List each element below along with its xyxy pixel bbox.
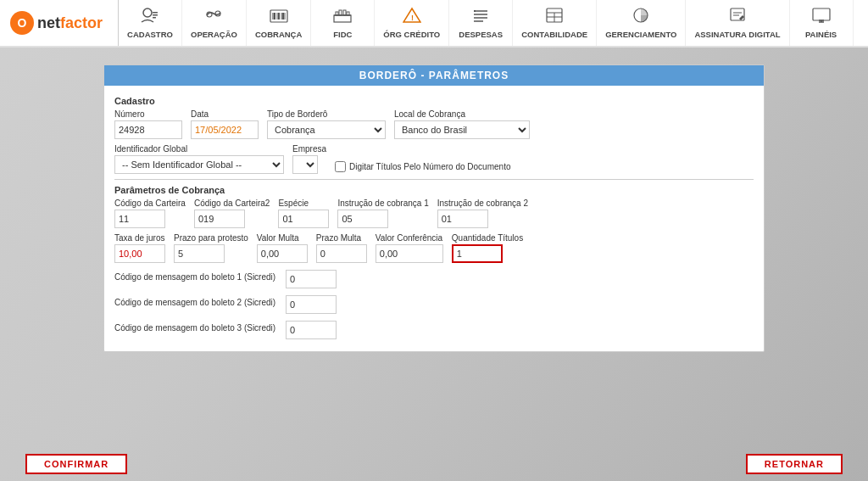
nav-item-paineis[interactable]: PAINÉIS: [790, 0, 854, 46]
svg-rect-16: [339, 10, 342, 15]
input-cod-carteira[interactable]: [114, 210, 165, 228]
main-content: BORDERÔ - PARÂMETROS Cadastro Número Dat…: [0, 48, 868, 369]
bottom-bar: CONFIRMAR RETORNAR: [0, 447, 868, 481]
nav-label-fidc: FIDC: [333, 30, 352, 39]
row-taxas: Taxa de juros Prazo para protesto Valor …: [114, 233, 754, 263]
input-msg2[interactable]: [286, 295, 337, 314]
label-especie: Espécie: [278, 199, 329, 208]
label-cod-carteira: Código da Carteira: [114, 199, 186, 208]
input-qtd-titulos[interactable]: [452, 244, 503, 263]
svg-rect-2: [153, 14, 158, 16]
input-especie[interactable]: [278, 210, 329, 228]
label-local-cobranca: Local de Cobrança: [394, 109, 530, 119]
group-empresa: Empresa: [292, 144, 326, 174]
assinatura-icon: [728, 7, 747, 28]
row-msg2: Código de mensagem do boleto 2 (Sicredi): [114, 294, 754, 314]
fidc-icon: [333, 7, 352, 28]
label-instrucao1: Instrução de cobrança 1: [337, 199, 428, 208]
input-data[interactable]: [191, 120, 259, 139]
nav-item-cobranca[interactable]: COBRANÇA: [247, 0, 311, 46]
input-cod-carteira2[interactable]: [194, 210, 245, 228]
nav-item-contabilidade[interactable]: CONTABILIDADE: [513, 0, 597, 46]
input-valor-conferencia[interactable]: [376, 244, 443, 263]
nav-label-gerenciamento: GERENCIAMENTO: [605, 30, 676, 39]
nav-item-assinatura[interactable]: ASSINATURA DIGITAL: [686, 0, 789, 46]
nav-items: CADASTRO OPERAÇÃO COBRANÇA FIDC !: [119, 0, 868, 46]
group-cod-carteira2: Código da Carteira2: [194, 199, 270, 228]
svg-rect-0: [143, 8, 152, 17]
group-taxa-juros: Taxa de juros: [114, 233, 165, 263]
nav-item-despesas[interactable]: DESPESAS: [449, 0, 513, 46]
input-msg1[interactable]: [286, 270, 337, 288]
svg-text:!: !: [411, 14, 414, 22]
nav-item-fidc[interactable]: FIDC: [311, 0, 375, 46]
group-identificador: Identificador Global -- Sem Identificado…: [114, 144, 284, 174]
label-prazo-protesto: Prazo para protesto: [174, 233, 248, 243]
label-cod-carteira2: Código da Carteira2: [194, 199, 270, 208]
confirmar-button[interactable]: CONFIRMAR: [25, 454, 127, 474]
nav-label-operacao: OPERAÇÃO: [191, 30, 237, 39]
group-prazo-protesto: Prazo para protesto: [174, 233, 248, 263]
nav-item-gerenciamento[interactable]: GERENCIAMENTO: [597, 0, 686, 46]
row-carteira: Código da Carteira Código da Carteira2 E…: [114, 199, 754, 228]
input-valor-multa[interactable]: [257, 244, 308, 263]
contabilidade-icon: [545, 7, 564, 28]
checkbox-digitar[interactable]: [335, 161, 346, 172]
label-prazo-multa: Prazo Multa: [316, 233, 367, 243]
form-title: BORDERÔ - PARÂMETROS: [359, 70, 509, 81]
group-data: Data: [191, 109, 259, 139]
input-taxa-juros[interactable]: [114, 244, 165, 263]
group-valor-conferencia: Valor Conferência: [376, 233, 443, 263]
input-prazo-protesto[interactable]: [174, 244, 225, 263]
label-identificador: Identificador Global: [114, 144, 284, 154]
nav-item-operacao[interactable]: OPERAÇÃO: [182, 0, 247, 46]
row-identificador: Identificador Global -- Sem Identificado…: [114, 144, 754, 174]
nav-label-org-credito: ÓRG CRÉDITO: [383, 30, 440, 39]
input-instrucao1[interactable]: [337, 210, 388, 228]
retornar-button[interactable]: RETORNAR: [746, 454, 843, 474]
label-qtd-titulos: Quantidade Títulos: [452, 233, 523, 243]
nav-label-despesas: DESPESAS: [459, 30, 503, 39]
input-numero[interactable]: [114, 120, 182, 139]
nav-label-cadastro: CADASTRO: [127, 30, 173, 39]
paineis-icon: [812, 7, 831, 28]
svg-rect-14: [334, 15, 351, 22]
navbar: O netfactor CADASTRO OPERAÇÃO COBRANÇA: [0, 0, 868, 48]
group-local-cobranca: Local de Cobrança Banco do Brasil: [394, 109, 530, 139]
nav-label-assinatura: ASSINATURA DIGITAL: [694, 30, 780, 39]
nav-item-org-credito[interactable]: ! ÓRG CRÉDITO: [375, 0, 449, 46]
group-instrucao1: Instrução de cobrança 1: [337, 199, 428, 228]
label-numero: Número: [114, 109, 182, 119]
form-panel: BORDERÔ - PARÂMETROS Cadastro Número Dat…: [103, 64, 765, 352]
form-panel-header: BORDERÔ - PARÂMETROS: [104, 65, 764, 86]
gerenciamento-icon: [632, 7, 650, 28]
cadastro-icon: [141, 7, 159, 28]
select-identificador[interactable]: -- Sem Identificador Global --: [114, 155, 284, 174]
label-msg2: Código de mensagem do boleto 2 (Sicredi): [114, 294, 275, 312]
label-instrucao2: Instrução de cobrança 2: [437, 199, 528, 208]
label-msg3: Código de mensagem do boleto 3 (Sicredi): [114, 319, 275, 338]
logo: O netfactor: [0, 0, 119, 46]
row-numero-data: Número Data Tipo de Borderô Cobrança Loc…: [114, 109, 754, 139]
svg-rect-35: [813, 8, 830, 20]
select-empresa[interactable]: [292, 155, 318, 174]
section-cadastro-title: Cadastro: [114, 96, 754, 106]
select-tipo-borderow[interactable]: Cobrança: [267, 120, 386, 139]
svg-rect-17: [343, 10, 346, 15]
input-prazo-multa[interactable]: [316, 244, 367, 263]
label-digitar: Digitar Títulos Pelo Número do Documento: [349, 162, 510, 171]
operacao-icon: [204, 7, 223, 28]
nav-label-paineis: PAINÉIS: [805, 30, 837, 39]
input-instrucao2[interactable]: [437, 210, 488, 228]
nav-item-cadastro[interactable]: CADASTRO: [119, 0, 182, 46]
label-taxa-juros: Taxa de juros: [114, 233, 165, 243]
label-empresa: Empresa: [292, 144, 326, 154]
group-prazo-multa: Prazo Multa: [316, 233, 367, 263]
form-panel-body: Cadastro Número Data Tipo de Borderô Cob…: [104, 86, 764, 351]
logo-icon: O: [10, 11, 34, 35]
group-digitar-checkbox: Digitar Títulos Pelo Número do Documento: [335, 161, 510, 172]
org-credito-icon: !: [403, 7, 421, 28]
input-msg3[interactable]: [286, 321, 337, 339]
label-valor-conferencia: Valor Conferência: [376, 233, 443, 243]
select-local-cobranca[interactable]: Banco do Brasil: [394, 120, 530, 139]
